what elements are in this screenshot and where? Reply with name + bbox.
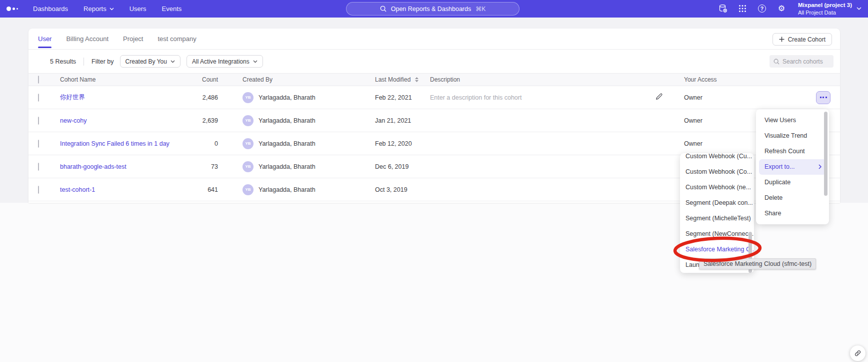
chevron-down-icon [170, 60, 175, 63]
plus-icon [779, 37, 784, 42]
export-to-submenu: Custom Webhook (Cu... Custom Webhook (Co… [680, 153, 754, 273]
settings-gear-icon[interactable]: ⚙ [776, 4, 786, 14]
table-row: 你好世界 2,486 YB Yarlagadda, Bharath Feb 22… [28, 86, 840, 109]
submenu-item-segment-newconnec[interactable]: Segment (NewConnec... [680, 226, 754, 242]
nav-item-dashboards[interactable]: Dashboards [33, 5, 68, 13]
top-nav: Dashboards Reports Users Events Open Rep… [0, 0, 868, 18]
cohort-name-link[interactable]: test-cohort-1 [60, 186, 186, 193]
access-value: Owner [684, 94, 812, 101]
apps-grid-icon[interactable] [738, 4, 748, 14]
submenu-item-custom-webhook-cu[interactable]: Custom Webhook (Cu... [680, 153, 754, 164]
col-header-last-modified[interactable]: Last Modified [375, 76, 430, 83]
col-header-created-by: Created By [218, 76, 375, 83]
last-modified-date: Dec 6, 2019 [375, 163, 430, 170]
menu-item-view-users[interactable]: View Users [756, 113, 829, 128]
created-by-name: Yarlagadda, Bharath [258, 163, 316, 170]
cohort-count: 73 [186, 163, 218, 170]
cohort-count: 0 [186, 140, 218, 147]
help-icon[interactable]: ? [757, 4, 767, 14]
search-cohorts-field [770, 55, 834, 68]
select-all-checkbox[interactable] [38, 76, 39, 84]
cohort-name-link[interactable]: 你好世界 [60, 93, 186, 102]
avatar: YB [242, 161, 254, 172]
description-input[interactable] [430, 94, 595, 101]
link-icon [854, 349, 862, 357]
cohort-type-tabs: User Billing Account Project test compan… [28, 29, 840, 50]
cohort-name-link[interactable]: new-cohy [60, 117, 186, 124]
filter-by-label: Filter by [92, 58, 114, 65]
created-by-name: Yarlagadda, Bharath [258, 94, 316, 101]
tab-project[interactable]: Project [123, 29, 143, 50]
tab-billing-account[interactable]: Billing Account [66, 29, 108, 50]
col-header-your-access: Your Access [684, 76, 812, 83]
avatar: YB [242, 138, 254, 149]
tab-test-company[interactable]: test company [158, 29, 196, 50]
menu-item-visualize-trend[interactable]: Visualize Trend [756, 128, 829, 144]
menu-item-export-to[interactable]: Export to... [759, 159, 826, 175]
copy-link-fab[interactable] [850, 345, 866, 361]
edit-pencil-icon[interactable] [655, 93, 663, 101]
nav-item-users[interactable]: Users [130, 5, 146, 13]
divider [84, 58, 84, 66]
global-search-placeholder: Open Reports & Dashboards [391, 6, 472, 13]
row-checkbox[interactable] [38, 140, 39, 148]
row-checkbox[interactable] [38, 163, 39, 171]
chevron-down-icon [110, 8, 114, 11]
menu-item-delete[interactable]: Delete [756, 190, 829, 206]
global-search-button[interactable]: Open Reports & Dashboards ⌘K [346, 2, 520, 16]
search-icon [774, 59, 780, 65]
created-by-name: Yarlagadda, Bharath [258, 117, 316, 124]
chevron-right-icon [818, 164, 822, 169]
salesforce-tooltip: Salesforce Marketing Cloud (sfmc-test) [699, 258, 816, 269]
nav-item-reports[interactable]: Reports [84, 5, 114, 13]
project-switcher[interactable]: Mixpanel (project 3) All Project Data [798, 2, 862, 16]
submenu-item-custom-webhook-ne[interactable]: Custom Webhook (ne... [680, 180, 754, 195]
table-header: Cohort Name Count Created By Last Modifi… [28, 73, 840, 86]
row-checkbox[interactable] [38, 186, 39, 194]
table-row: Integration Sync Failed 6 times in 1 day… [28, 132, 840, 155]
cohort-count: 2,639 [186, 117, 218, 124]
row-checkbox[interactable] [38, 94, 39, 102]
row-checkbox[interactable] [38, 117, 39, 125]
table-row: new-cohy 2,639 YB Yarlagadda, Bharath Ja… [28, 109, 840, 132]
created-by-name: Yarlagadda, Bharath [258, 186, 316, 193]
last-modified-date: Oct 3, 2019 [375, 186, 430, 193]
integrations-dropdown[interactable]: All Active Integrations [186, 55, 263, 68]
project-name: Mixpanel (project 3) [798, 2, 852, 9]
last-modified-date: Feb 12, 2020 [375, 140, 430, 147]
avatar: YB [242, 184, 254, 195]
created-by-name: Yarlagadda, Bharath [258, 140, 316, 147]
submenu-item-salesforce-marketing-cloud[interactable]: Salesforce Marketing C... [680, 242, 754, 257]
submenu-item-custom-webhook-co[interactable]: Custom Webhook (Co... [680, 164, 754, 180]
chevron-down-icon [856, 7, 862, 10]
created-by-dropdown[interactable]: Created By You [120, 55, 180, 68]
last-modified-date: Jan 21, 2021 [375, 117, 430, 124]
data-management-icon[interactable] [718, 4, 728, 14]
menu-item-duplicate[interactable]: Duplicate [756, 175, 829, 190]
create-cohort-button[interactable]: Create Cohort [772, 33, 832, 46]
results-count: 5 Results [50, 58, 76, 65]
search-icon [380, 6, 386, 12]
nav-item-events[interactable]: Events [162, 5, 182, 13]
cohort-name-link[interactable]: Integration Sync Failed 6 times in 1 day [60, 140, 186, 147]
search-cohorts-input[interactable] [782, 58, 828, 65]
project-scope: All Project Data [798, 9, 852, 16]
cohort-name-link[interactable]: bharath-google-ads-test [60, 163, 186, 170]
avatar: YB [242, 115, 254, 126]
sort-icon [415, 77, 418, 82]
cohort-count: 641 [186, 186, 218, 193]
menu-item-share[interactable]: Share [756, 206, 829, 221]
menu-scrollbar[interactable] [824, 112, 828, 196]
row-actions-ellipsis-button[interactable] [816, 91, 830, 104]
shortcut-badge: ⌘K [476, 6, 486, 13]
nav-right-cluster: ? ⚙ Mixpanel (project 3) All Project Dat… [718, 2, 868, 16]
tab-user[interactable]: User [38, 29, 52, 50]
submenu-item-segment-deepak[interactable]: Segment (Deepak con... [680, 195, 754, 211]
last-modified-date: Feb 22, 2021 [375, 94, 430, 101]
row-actions-menu: View Users Visualize Trend Refresh Count… [756, 109, 829, 224]
menu-item-refresh-count[interactable]: Refresh Count [756, 144, 829, 159]
avatar: YB [242, 92, 254, 103]
mixpanel-logo-icon[interactable] [6, 7, 18, 11]
submenu-item-segment-michelletest[interactable]: Segment (MichelleTest) [680, 211, 754, 226]
chevron-down-icon [253, 60, 258, 63]
